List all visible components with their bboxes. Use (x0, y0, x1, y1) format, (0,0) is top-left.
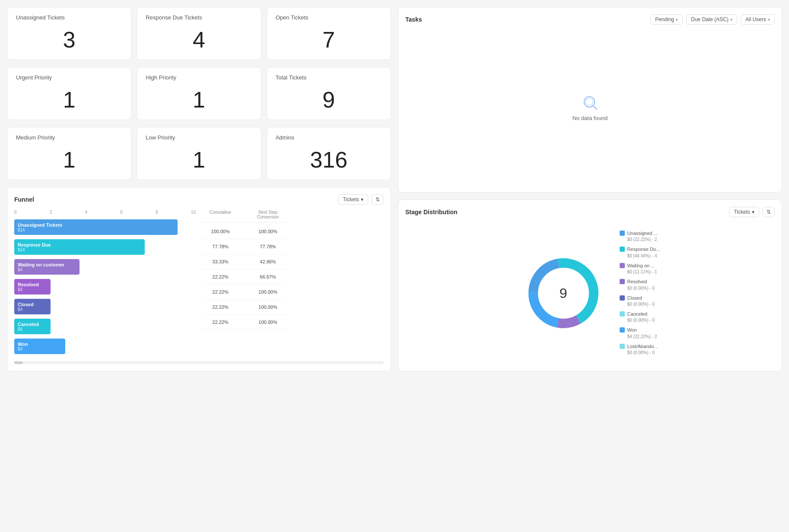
bar-row: Canceled $4 (14, 318, 196, 335)
legend-item: Won $4 (22.22%) - 2 (620, 327, 660, 339)
bar-container: Waiting on customer $4 (14, 259, 196, 275)
left-panel: Unassigned Tickets 3 Response Due Ticket… (7, 7, 391, 371)
metrics-row-2: Urgent Priority 1 High Priority 1 Total … (7, 67, 391, 120)
donut-center-value: 9 (560, 285, 567, 301)
legend-color-dot (620, 295, 625, 301)
donut-chart: 9 (520, 250, 607, 336)
axis-label: 2 (50, 210, 52, 215)
bar-fill: Canceled $4 (14, 319, 51, 334)
scrollbar-thumb[interactable] (14, 361, 23, 364)
bar-sublabel: $14 (18, 247, 145, 252)
stage-body: 9 Unassigned ... $0 (22.22%) - 2 Respons… (405, 230, 775, 356)
stage-dropdown[interactable]: Tickets ▾ (729, 207, 759, 217)
stage-header: Stage Distribution Tickets ▾ ⇅ (405, 207, 775, 217)
metric-card-row1-2: Open Tickets 7 (267, 7, 391, 60)
nextstep-value: 100.00% (248, 320, 287, 325)
metric-title: Admins (276, 134, 382, 141)
metrics-row-3: Medium Priority 1 Low Priority 1 Admins … (7, 127, 391, 180)
table-data-row: 22.22% 66.67% (201, 269, 287, 285)
chevron-down-icon: ▾ (752, 209, 754, 215)
funnel-dropdown[interactable]: Tickets ▾ (338, 194, 368, 205)
chevron-down-icon: ▾ (768, 17, 770, 22)
funnel-controls: Tickets ▾ ⇅ (338, 194, 384, 205)
bar-label: Unassigned Tickets (18, 222, 178, 228)
metric-value: 1 (16, 149, 122, 171)
metric-card-row1-0: Unassigned Tickets 3 (7, 7, 131, 60)
chevron-down-icon: ▾ (676, 17, 678, 22)
right-panel: Tasks Pending ▾ Due Date (ASC) ▾ All Use… (398, 7, 782, 371)
no-data-search-icon (582, 94, 599, 111)
legend-text: Won $4 (22.22%) - 2 (627, 327, 657, 339)
metric-title: Total Tickets (276, 74, 382, 81)
bar-container: Response Due $14 (14, 239, 196, 255)
legend-item: Waiting on ... $0 (11.11%) - 1 (620, 263, 660, 275)
legend-color-dot (620, 311, 625, 317)
axis-label: 10 (191, 210, 196, 215)
bar-sublabel: $4 (18, 287, 51, 292)
bar-row: Waiting on customer $4 (14, 259, 196, 275)
chart-axis: 0246810 (14, 210, 196, 217)
bar-label: Canceled (18, 322, 51, 327)
bar-fill: Won $4 (14, 339, 65, 354)
axis-label: 6 (120, 210, 123, 215)
bar-sublabel: $4 (18, 327, 51, 332)
nextstep-header: Next Step Conversion (248, 210, 287, 219)
metric-value: 316 (276, 149, 382, 171)
metric-value: 1 (146, 149, 252, 171)
bar-fill: Closed $4 (14, 299, 51, 314)
legend-color-dot (620, 327, 625, 332)
stage-title: Stage Distribution (405, 209, 458, 215)
table-data-row: 33.33% 42.86% (201, 254, 287, 269)
legend-text: Resolved $0 (0.00%) - 0 (627, 279, 655, 291)
pending-filter[interactable]: Pending ▾ (650, 14, 683, 25)
stage-filter-icon[interactable]: ⇅ (763, 207, 775, 217)
funnel-filter-icon[interactable]: ⇅ (372, 194, 384, 205)
bar-sublabel: $14 (18, 228, 178, 232)
metric-card-row2-1: High Priority 1 (137, 67, 261, 120)
bar-sublabel: $4 (18, 267, 80, 272)
table-data-rows: 100.00% 100.00% 77.78% 77.78% 33.33% 42.… (201, 224, 287, 330)
tasks-panel: Tasks Pending ▾ Due Date (ASC) ▾ All Use… (398, 7, 782, 193)
bar-chart-section: 0246810 Unassigned Tickets $14 Response … (14, 210, 196, 358)
stage-controls: Tickets ▾ ⇅ (729, 207, 775, 217)
cumulative-value: 22.22% (201, 289, 240, 294)
bar-container: Won $4 (14, 338, 196, 355)
users-filter[interactable]: All Users ▾ (741, 14, 775, 25)
bar-fill: Waiting on customer $4 (14, 259, 80, 275)
bar-fill: Unassigned Tickets $14 (14, 219, 178, 235)
metric-card-row2-2: Total Tickets 9 (267, 67, 391, 120)
table-data-row: 77.78% 77.78% (201, 239, 287, 254)
funnel-table: Cumulative Next Step Conversion 100.00% … (201, 210, 287, 358)
metric-card-row1-1: Response Due Tickets 4 (137, 7, 261, 60)
legend-text: Canceled $0 (0.00%) - 0 (627, 311, 655, 323)
table-header-row: Cumulative Next Step Conversion (201, 210, 287, 222)
bar-label: Won (18, 342, 65, 347)
nextstep-value: 100.00% (248, 229, 287, 234)
nextstep-value: 42.86% (248, 259, 287, 264)
duedate-filter[interactable]: Due Date (ASC) ▾ (686, 14, 737, 25)
table-data-row: 22.22% 100.00% (201, 300, 287, 315)
bar-container: Resolved $4 (14, 279, 196, 295)
metric-value: 7 (276, 28, 382, 51)
metrics-row-1: Unassigned Tickets 3 Response Due Ticket… (7, 7, 391, 60)
tasks-title: Tasks (405, 16, 422, 23)
bar-fill: Response Due $14 (14, 239, 145, 255)
cumulative-value: 22.22% (201, 274, 240, 279)
no-data-text: No data found (573, 115, 608, 121)
legend-item: Closed $0 (0.00%) - 0 (620, 295, 660, 307)
metric-value: 9 (276, 89, 382, 111)
metric-title: Unassigned Tickets (16, 14, 122, 21)
funnel-panel: Funnel Tickets ▾ ⇅ 0246810 Unassigned Ti… (7, 187, 391, 371)
metric-card-row3-1: Low Priority 1 (137, 127, 261, 180)
cumulative-value: 22.22% (201, 320, 240, 325)
bar-container: Canceled $4 (14, 318, 196, 335)
axis-label: 4 (85, 210, 88, 215)
legend-item: Response Du... $0 (44.44%) - 4 (620, 246, 660, 259)
chevron-down-icon: ▾ (361, 196, 363, 203)
metric-title: Response Due Tickets (146, 14, 252, 21)
metric-value: 1 (16, 89, 122, 111)
legend-item: Unassigned ... $0 (22.22%) - 2 (620, 230, 660, 243)
chevron-down-icon: ▾ (730, 17, 732, 22)
bar-row: Unassigned Tickets $14 (14, 219, 196, 235)
scrollbar[interactable] (14, 361, 384, 364)
